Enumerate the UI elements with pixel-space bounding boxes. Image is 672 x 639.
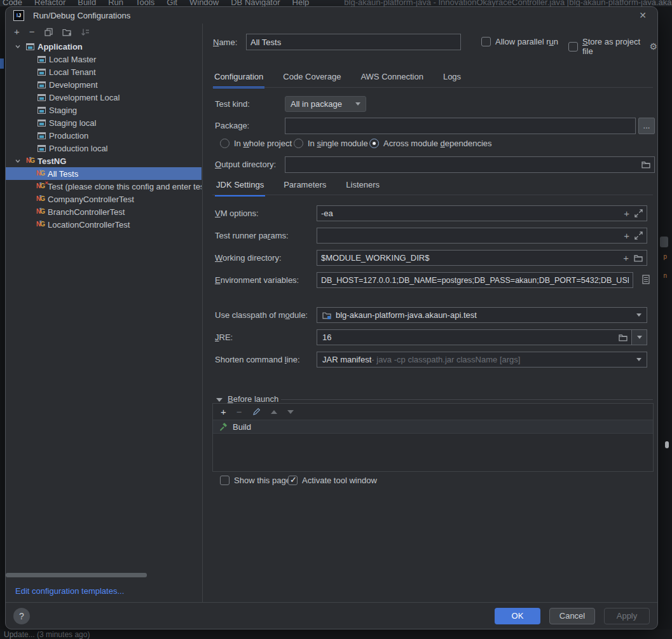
chevron-down-icon[interactable]	[15, 43, 21, 50]
radio-in-single-module[interactable]: In single module	[294, 139, 368, 148]
tab-aws-connection[interactable]: AWS Connection	[359, 68, 425, 88]
folder-icon[interactable]	[634, 254, 643, 262]
horizontal-scrollbar[interactable]	[6, 573, 147, 577]
radio-selected-icon[interactable]	[369, 139, 379, 148]
jre-dropdown[interactable]: 16	[317, 329, 647, 345]
plus-icon[interactable]: +	[624, 210, 629, 217]
shorten-command-line-dropdown[interactable]: JAR manifest - java -cp classpath.jar cl…	[317, 352, 647, 368]
package-input[interactable]	[289, 121, 631, 131]
vm-options-field[interactable]: +	[317, 205, 647, 221]
move-up-icon[interactable]	[271, 410, 277, 414]
checkbox-icon[interactable]	[568, 42, 578, 52]
test-runner-params-input[interactable]	[321, 231, 619, 240]
gear-icon[interactable]: ⚙	[649, 41, 657, 52]
tree-item-all-tests[interactable]: NGAll Tests	[6, 167, 202, 180]
menu-item[interactable]: Code	[3, 0, 22, 6]
tree-item[interactable]: NGLocationControllerTest	[6, 218, 202, 231]
background-artifact: p	[663, 253, 667, 260]
tab-configuration[interactable]: Configuration	[213, 68, 264, 88]
classpath-module-dropdown[interactable]: blg-akaun-platform-java.akaun-api.test	[317, 307, 647, 323]
tree-item[interactable]: NGBranchControllerTest	[6, 205, 202, 218]
before-launch-task-build[interactable]: Build	[213, 420, 653, 434]
sidebar-toolbar: + −	[6, 24, 202, 40]
test-runner-params-field[interactable]: +	[317, 228, 647, 244]
tab-parameters[interactable]: Parameters	[282, 176, 327, 196]
radio-across-module-dependencies[interactable]: Across module dependencies	[369, 139, 492, 148]
store-as-project-file-checkbox[interactable]: Store as project file ⚙	[568, 37, 657, 56]
name-input[interactable]	[250, 38, 456, 47]
radio-icon[interactable]	[220, 139, 230, 148]
environment-variables-input[interactable]	[321, 276, 629, 285]
plus-icon[interactable]: +	[623, 254, 629, 262]
checkbox-checked-icon[interactable]	[288, 476, 298, 485]
vm-options-input[interactable]	[321, 209, 619, 218]
plus-icon[interactable]: +	[624, 232, 629, 240]
menu-item[interactable]: Git	[167, 0, 177, 6]
folder-icon[interactable]	[619, 334, 627, 341]
ok-button[interactable]: OK	[495, 608, 540, 624]
tree-group-testng[interactable]: NG TestNG	[6, 155, 202, 167]
working-directory-field[interactable]: +	[317, 250, 647, 266]
test-kind-dropdown[interactable]: All in package	[285, 96, 366, 112]
menu-item[interactable]: Window	[189, 0, 219, 6]
chevron-down-icon[interactable]	[15, 158, 21, 164]
package-field[interactable]	[285, 118, 636, 134]
output-directory-input[interactable]	[289, 160, 636, 170]
tree-group-application[interactable]: Application	[6, 40, 202, 53]
close-icon[interactable]: ✕	[637, 10, 648, 21]
new-folder-icon[interactable]	[62, 28, 71, 36]
menu-item[interactable]: DB Navigator	[231, 0, 280, 6]
expand-icon[interactable]	[634, 231, 643, 240]
move-down-icon[interactable]	[287, 410, 294, 414]
tree-item[interactable]: Development Local	[6, 91, 202, 104]
remove-configuration-icon[interactable]: −	[29, 27, 35, 36]
chevron-down-icon	[355, 102, 360, 106]
radio-icon[interactable]	[294, 139, 303, 148]
tree-item[interactable]: Staging local	[6, 116, 202, 129]
edit-pencil-icon[interactable]	[252, 408, 261, 416]
checkbox-icon[interactable]	[481, 37, 491, 46]
apply-button[interactable]: Apply	[604, 608, 650, 624]
copy-configuration-icon[interactable]	[45, 28, 53, 36]
help-button[interactable]: ?	[13, 608, 30, 624]
tab-code-coverage[interactable]: Code Coverage	[282, 68, 342, 88]
cancel-button[interactable]: Cancel	[549, 608, 595, 624]
menu-item[interactable]: Build	[78, 0, 96, 6]
working-directory-input[interactable]	[321, 253, 618, 263]
radio-in-whole-project[interactable]: In whole project	[220, 139, 292, 148]
tree-item[interactable]: Production local	[6, 142, 202, 155]
folder-icon[interactable]	[641, 161, 650, 168]
tree-item[interactable]: NGTest (please clone this config and ent…	[6, 180, 202, 193]
output-directory-field[interactable]	[285, 156, 655, 173]
tree-item[interactable]: Development	[6, 78, 202, 91]
tab-jdk-settings[interactable]: JDK Settings	[215, 176, 265, 196]
sort-configurations-icon[interactable]	[81, 28, 90, 36]
tree-item[interactable]: Local Tenant	[6, 65, 202, 78]
ide-statusbar: Update... (3 minutes ago)	[0, 629, 672, 639]
tree-item[interactable]: Local Master	[6, 53, 202, 65]
add-configuration-icon[interactable]: +	[14, 27, 20, 36]
tree-item[interactable]: NGCompanyControllerTest	[6, 193, 202, 205]
env-vars-list-icon[interactable]	[642, 275, 650, 284]
tree-item[interactable]: Staging	[6, 104, 202, 116]
name-field[interactable]	[246, 34, 461, 50]
activate-tool-window-checkbox[interactable]: Activate tool window	[288, 476, 377, 485]
menu-item[interactable]: Tools	[135, 0, 154, 6]
expand-icon[interactable]	[634, 209, 643, 217]
environment-variables-field[interactable]	[317, 272, 633, 288]
remove-task-icon[interactable]: −	[237, 408, 242, 416]
allow-parallel-run-checkbox[interactable]: Allow parallel run	[481, 37, 558, 46]
browse-package-button[interactable]: ...	[638, 118, 655, 134]
tree-item[interactable]: Production	[6, 129, 202, 142]
tab-logs[interactable]: Logs	[442, 68, 462, 88]
tab-listeners[interactable]: Listeners	[345, 176, 381, 196]
menu-item[interactable]: Help	[292, 0, 310, 6]
menu-item[interactable]: Refactor	[34, 0, 65, 6]
edit-configuration-templates-link[interactable]: Edit configuration templates...	[15, 586, 124, 596]
menu-item[interactable]: Run	[108, 0, 123, 6]
show-this-page-checkbox[interactable]: Show this page	[220, 476, 291, 485]
jre-arrow-button[interactable]	[631, 330, 647, 345]
collapse-triangle-icon[interactable]	[216, 398, 223, 402]
checkbox-icon[interactable]	[220, 476, 230, 485]
add-task-icon[interactable]: +	[221, 408, 226, 416]
